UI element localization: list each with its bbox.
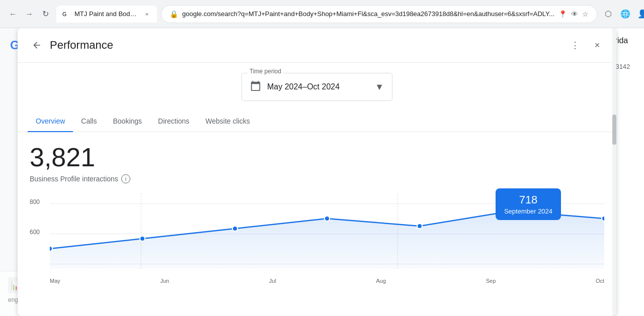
- nav-buttons: ← → ↻: [6, 7, 52, 21]
- tab-close-button[interactable]: ×: [143, 10, 151, 18]
- scrollbar-thumb[interactable]: [612, 115, 616, 145]
- svg-text:G: G: [62, 11, 66, 17]
- close-button[interactable]: ×: [588, 36, 606, 54]
- time-period-select: Time period May 2024–Oct 2024 ▼: [242, 73, 392, 101]
- dropdown-arrow-icon: ▼: [375, 82, 384, 92]
- star-icon: ☆: [582, 10, 589, 18]
- url-text: google.com/search?q=MTJ+Paint+and+Body+S…: [182, 10, 554, 18]
- svg-point-4: [325, 216, 330, 221]
- location-icon: 📍: [558, 10, 567, 18]
- chart-svg: [50, 193, 604, 269]
- page-content: Google 📊 engage with your site/app 📋 Goo…: [0, 28, 644, 316]
- browser-actions: ⬡ 🌐 👤 ⋮ M: [601, 7, 644, 21]
- modal-title: Performance: [50, 39, 566, 52]
- tab-directions[interactable]: Directions: [150, 111, 197, 132]
- stats-label: Business Profile interactions i: [30, 174, 604, 183]
- tab-calls[interactable]: Calls: [73, 111, 105, 132]
- tab-website-clicks[interactable]: Website clicks: [197, 111, 258, 132]
- tab-title: MTJ Paint and Body Shop Miami Fl: [74, 10, 139, 18]
- stats-section: 3,821 Business Profile interactions i: [18, 132, 616, 183]
- tab-bookings[interactable]: Bookings: [105, 111, 150, 132]
- google-panel: Google 📊 engage with your site/app 📋 Goo…: [0, 28, 644, 316]
- address-bar[interactable]: 🔒 google.com/search?q=MTJ+Paint+and+Body…: [161, 5, 597, 23]
- browser-chrome: ← → ↻ G MTJ Paint and Body Shop Miami Fl…: [0, 0, 644, 28]
- svg-point-6: [508, 207, 515, 215]
- calendar-icon: [250, 80, 261, 94]
- main-stat-number: 3,821: [30, 144, 604, 170]
- time-period-container: Time period May 2024–Oct 2024 ▼: [18, 63, 616, 111]
- tab-overview[interactable]: Overview: [28, 111, 73, 132]
- x-label-sep: Sep: [486, 278, 496, 284]
- svg-point-2: [140, 236, 145, 241]
- lock-icon: 🔒: [170, 10, 178, 18]
- x-axis-labels: May Jun Jul Aug Sep Oct: [50, 278, 604, 284]
- reload-button[interactable]: ↻: [38, 7, 52, 21]
- browser-tab[interactable]: G MTJ Paint and Body Shop Miami Fl ×: [56, 6, 157, 23]
- profile-icon[interactable]: 👤: [635, 7, 644, 21]
- modal-back-button[interactable]: [28, 36, 46, 54]
- stats-label-text: Business Profile interactions: [30, 175, 118, 183]
- chart-area: 800 600: [18, 193, 616, 284]
- x-label-oct: Oct: [596, 278, 604, 284]
- x-label-may: May: [50, 278, 60, 284]
- back-button[interactable]: ←: [6, 7, 20, 21]
- y-label-800: 800: [30, 198, 40, 205]
- time-period-button[interactable]: May 2024–Oct 2024 ▼: [242, 73, 392, 101]
- time-period-value: May 2024–Oct 2024: [267, 82, 369, 91]
- x-label-aug: Aug: [376, 278, 386, 284]
- extensions-icon[interactable]: ⬡: [601, 7, 615, 21]
- translate-icon[interactable]: 🌐: [618, 7, 632, 21]
- svg-point-5: [417, 224, 422, 229]
- scrollbar[interactable]: [612, 28, 616, 316]
- tabs-container: Overview Calls Bookings Directions Websi…: [18, 111, 616, 132]
- modal-header: Performance ⋮ ×: [18, 28, 616, 63]
- svg-point-1: [50, 246, 52, 251]
- eye-icon: 👁: [571, 10, 578, 18]
- x-label-jun: Jun: [160, 278, 169, 284]
- x-label-jul: Jul: [269, 278, 276, 284]
- time-period-label: Time period: [248, 68, 283, 75]
- svg-point-3: [232, 226, 237, 231]
- more-options-button[interactable]: ⋮: [566, 36, 584, 54]
- stats-info-icon[interactable]: i: [121, 174, 130, 183]
- forward-button[interactable]: →: [22, 7, 36, 21]
- y-label-600: 600: [30, 229, 40, 236]
- tab-favicon: G: [62, 10, 70, 18]
- modal-actions: ⋮ ×: [566, 36, 606, 54]
- performance-modal: Performance ⋮ × Time period: [18, 28, 616, 316]
- svg-point-7: [602, 216, 604, 221]
